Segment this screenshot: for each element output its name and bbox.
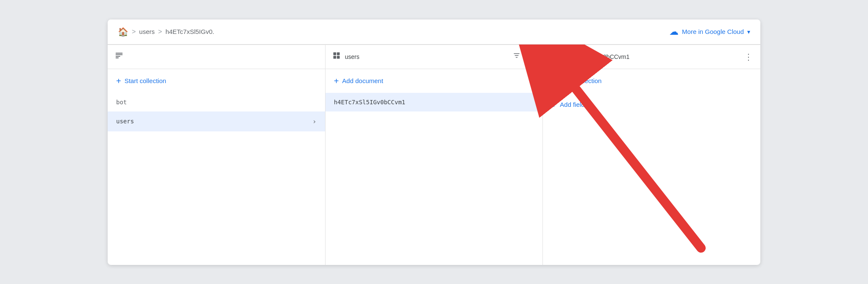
collection-icon xyxy=(332,51,341,62)
more-vert-icon-panel2[interactable]: ⋮ xyxy=(526,51,536,63)
add-document-button[interactable]: + Add document xyxy=(326,69,543,93)
start-collection-label-1: Start collection xyxy=(125,77,166,84)
plus-icon-2: + xyxy=(334,77,339,85)
main-card: 🏠 > users > h4ETc7xSl5IGv0. ☁ More in Go… xyxy=(108,19,760,265)
start-collection-button-panel1[interactable]: + Start collection xyxy=(108,69,325,93)
start-collection-button-panel3[interactable]: + Start collection xyxy=(543,69,760,93)
panel3-body: + Start collection + Add field xyxy=(543,69,760,265)
panel2-actions: ⋮ xyxy=(512,51,536,63)
collection-item-users[interactable]: users › xyxy=(108,111,325,131)
panel3-actions: ⋮ xyxy=(743,51,754,63)
google-cloud-link[interactable]: ☁ More in Google Cloud ▾ xyxy=(669,26,750,37)
breadcrumb-document-id[interactable]: h4ETc7xSl5IGv0. xyxy=(165,28,214,35)
collection-item-bot-label: bot xyxy=(116,99,317,106)
breadcrumb-left: 🏠 > users > h4ETc7xSl5IGv0. xyxy=(118,27,214,37)
breadcrumb-bar: 🏠 > users > h4ETc7xSl5IGv0. ☁ More in Go… xyxy=(108,19,760,45)
document-item[interactable]: h4ETc7xSl5IGv0bCCvm1 xyxy=(326,93,543,111)
panels: + Start collection bot users › xyxy=(108,45,760,265)
add-field-label: Add field xyxy=(560,101,584,108)
breadcrumb-sep-1: > xyxy=(132,28,136,36)
add-field-button[interactable]: + Add field xyxy=(543,93,760,117)
start-collection-label-3: Start collection xyxy=(560,77,601,84)
breadcrumb-sep-2: > xyxy=(158,28,162,36)
more-vert-icon-panel3[interactable]: ⋮ xyxy=(743,51,754,63)
document-item-label: h4ETc7xSl5IGv0bCCvm1 xyxy=(334,99,406,106)
collection-item-users-label: users xyxy=(116,118,312,125)
cloud-icon: ☁ xyxy=(669,26,679,37)
panel1-header xyxy=(108,45,325,69)
plus-icon-3: + xyxy=(551,77,556,85)
panel1-body: + Start collection bot users › xyxy=(108,69,325,265)
panel-document-detail: h4ETc7xSl5IGv0bCCvm1 ⋮ + Start collectio… xyxy=(543,45,760,265)
collection-item-bot[interactable]: bot xyxy=(108,93,325,111)
document-icon xyxy=(550,51,558,62)
chevron-down-icon: ▾ xyxy=(747,28,750,35)
panel-documents: users ⋮ + xyxy=(326,45,543,265)
svg-rect-1 xyxy=(337,53,340,56)
panel3-header: h4ETc7xSl5IGv0bCCvm1 ⋮ xyxy=(543,45,760,69)
panels-wrapper: + Start collection bot users › xyxy=(108,45,760,265)
panel2-header: users ⋮ xyxy=(326,45,543,69)
stacked-layers-icon xyxy=(114,51,124,63)
plus-icon-4: + xyxy=(551,100,556,109)
panel2-body: + Add document h4ETc7xSl5IGv0bCCvm1 xyxy=(326,69,543,265)
plus-icon-1: + xyxy=(116,77,121,85)
svg-rect-3 xyxy=(337,56,340,59)
panel-collections: + Start collection bot users › xyxy=(108,45,326,265)
chevron-right-icon: › xyxy=(312,117,317,125)
home-icon[interactable]: 🏠 xyxy=(118,27,128,37)
filter-icon[interactable] xyxy=(512,51,521,62)
svg-rect-0 xyxy=(333,53,336,56)
add-document-label: Add document xyxy=(342,77,383,84)
panel3-title: h4ETc7xSl5IGv0bCCvm1 xyxy=(562,53,743,60)
svg-rect-2 xyxy=(333,56,336,59)
breadcrumb-users[interactable]: users xyxy=(139,28,155,35)
panel2-title: users xyxy=(345,53,512,60)
google-cloud-label: More in Google Cloud xyxy=(682,28,744,35)
